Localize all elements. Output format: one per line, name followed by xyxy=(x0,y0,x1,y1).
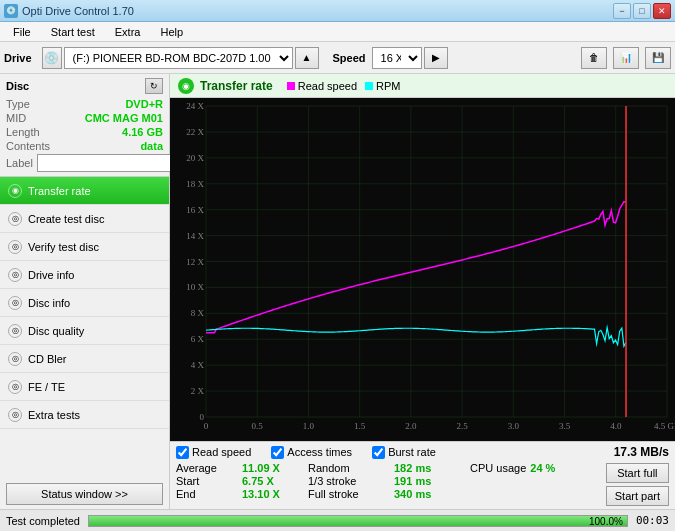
nav-label-disc-quality: Disc quality xyxy=(28,325,84,337)
legend-read-speed: Read speed xyxy=(287,80,357,92)
chart-area xyxy=(170,98,675,441)
progress-bar xyxy=(89,516,627,526)
maximize-button[interactable]: □ xyxy=(633,3,651,19)
chart-title: Transfer rate xyxy=(200,79,273,93)
disc-label-label: Label xyxy=(6,157,33,169)
nav-item-create-test-disc[interactable]: ◎ Create test disc xyxy=(0,205,169,233)
start-part-button[interactable]: Start part xyxy=(606,486,669,506)
status-window-button[interactable]: Status window >> xyxy=(6,483,163,505)
content-area: Disc ↻ Type DVD+R MID CMC MAG M01 Length… xyxy=(0,74,675,509)
checkbox-access-times-input[interactable] xyxy=(271,446,284,459)
nav-item-fe-te[interactable]: ◎ FE / TE xyxy=(0,373,169,401)
checkbox-burst-rate[interactable]: Burst rate xyxy=(372,446,436,459)
nav-item-disc-quality[interactable]: ◎ Disc quality xyxy=(0,317,169,345)
disc-title: Disc xyxy=(6,80,29,92)
nav-item-extra-tests[interactable]: ◎ Extra tests xyxy=(0,401,169,429)
nav-icon-cd-bler: ◎ xyxy=(8,352,22,366)
stats-grid: Average 11.09 X Random 182 ms CPU usage … xyxy=(176,462,598,500)
speed-label: Speed xyxy=(333,52,366,64)
start-full-button[interactable]: Start full xyxy=(606,463,669,483)
start-value: 6.75 X xyxy=(242,475,302,487)
nav-label-disc-info: Disc info xyxy=(28,297,70,309)
nav-icon-transfer-rate: ◉ xyxy=(8,184,22,198)
stroke-1-3-label: 1/3 stroke xyxy=(308,475,388,487)
nav-icon-extra-tests: ◎ xyxy=(8,408,22,422)
disc-section: Disc ↻ Type DVD+R MID CMC MAG M01 Length… xyxy=(0,74,169,177)
random-label: Random xyxy=(308,462,388,474)
stats-area: Average 11.09 X Random 182 ms CPU usage … xyxy=(176,462,669,506)
disc-contents-row: Contents data xyxy=(6,140,163,152)
disc-header: Disc ↻ xyxy=(6,78,163,94)
action-buttons: Start full Start part xyxy=(606,462,669,506)
main-panel: ◉ Transfer rate Read speed RPM xyxy=(170,74,675,509)
disc-contents-label: Contents xyxy=(6,140,50,152)
nav-item-disc-info[interactable]: ◎ Disc info xyxy=(0,289,169,317)
drive-icon: 💿 xyxy=(42,47,62,69)
app-title: Opti Drive Control 1.70 xyxy=(22,5,134,17)
disc-length-value: 4.16 GB xyxy=(122,126,163,138)
checkbox-burst-rate-input[interactable] xyxy=(372,446,385,459)
drive-label: Drive xyxy=(4,52,32,64)
cpu-label: CPU usage xyxy=(470,462,526,474)
nav-item-transfer-rate[interactable]: ◉ Transfer rate xyxy=(0,177,169,205)
nav-item-cd-bler[interactable]: ◎ CD Bler xyxy=(0,345,169,373)
nav-icon-drive-info: ◎ xyxy=(8,268,22,282)
drive-eject-button[interactable]: ▲ xyxy=(295,47,319,69)
save-button[interactable]: 💾 xyxy=(645,47,671,69)
disc-length-label: Length xyxy=(6,126,40,138)
menu-help[interactable]: Help xyxy=(151,23,192,41)
stroke-1-3-value: 191 ms xyxy=(394,475,464,487)
status-bar: Test completed 100.0% 00:03 xyxy=(0,509,675,531)
nav-label-extra-tests: Extra tests xyxy=(28,409,80,421)
disc-type-value: DVD+R xyxy=(125,98,163,110)
menu-start-test[interactable]: Start test xyxy=(42,23,104,41)
legend-read-speed-label: Read speed xyxy=(298,80,357,92)
chart-header: ◉ Transfer rate Read speed RPM xyxy=(170,74,675,98)
checkbox-access-times[interactable]: Access times xyxy=(271,446,352,459)
status-text: Test completed xyxy=(6,515,80,527)
speed-select[interactable]: 16 X xyxy=(372,47,422,69)
checkboxes-row: Read speed Access times Burst rate 17.3 … xyxy=(176,445,669,459)
disc-label-input[interactable] xyxy=(37,154,172,172)
legend-rpm-dot xyxy=(365,82,373,90)
menu-extra[interactable]: Extra xyxy=(106,23,150,41)
drive-select[interactable]: (F:) PIONEER BD-ROM BDC-207D 1.00 xyxy=(64,47,293,69)
checkbox-access-times-label: Access times xyxy=(287,446,352,458)
disc-type-row: Type DVD+R xyxy=(6,98,163,110)
full-stroke-value: 340 ms xyxy=(394,488,464,500)
disc-refresh-button[interactable]: ↻ xyxy=(145,78,163,94)
title-bar: 💿 Opti Drive Control 1.70 − □ ✕ xyxy=(0,0,675,22)
minimize-button[interactable]: − xyxy=(613,3,631,19)
toolbar: Drive 💿 (F:) PIONEER BD-ROM BDC-207D 1.0… xyxy=(0,42,675,74)
disc-contents-value: data xyxy=(140,140,163,152)
clear-button[interactable]: 🗑 xyxy=(581,47,607,69)
full-stroke-label: Full stroke xyxy=(308,488,388,500)
disc-type-label: Type xyxy=(6,98,30,110)
close-button[interactable]: ✕ xyxy=(653,3,671,19)
export-button[interactable]: 📊 xyxy=(613,47,639,69)
nav-item-drive-info[interactable]: ◎ Drive info xyxy=(0,261,169,289)
checkbox-read-speed-input[interactable] xyxy=(176,446,189,459)
end-label: End xyxy=(176,488,236,500)
end-value: 13.10 X xyxy=(242,488,302,500)
nav-icon-fe-te: ◎ xyxy=(8,380,22,394)
menu-bar: File Start test Extra Help xyxy=(0,22,675,42)
average-value: 11.09 X xyxy=(242,462,302,474)
menu-file[interactable]: File xyxy=(4,23,40,41)
progress-text: 100.0% xyxy=(589,516,623,528)
chart-legend: Read speed RPM xyxy=(287,80,401,92)
speed-apply-button[interactable]: ▶ xyxy=(424,47,448,69)
checkbox-read-speed[interactable]: Read speed xyxy=(176,446,251,459)
timer: 00:03 xyxy=(636,514,669,527)
random-value: 182 ms xyxy=(394,462,464,474)
disc-mid-value: CMC MAG M01 xyxy=(85,112,163,124)
nav-label-drive-info: Drive info xyxy=(28,269,74,281)
cpu-row: CPU usage 24 % xyxy=(470,462,598,474)
disc-mid-row: MID CMC MAG M01 xyxy=(6,112,163,124)
cpu-value: 24 % xyxy=(530,462,555,474)
nav-label-transfer-rate: Transfer rate xyxy=(28,185,91,197)
disc-label-row: Label ⚙ xyxy=(6,154,163,172)
progress-container: 100.0% xyxy=(88,515,628,527)
nav-item-verify-test-disc[interactable]: ◎ Verify test disc xyxy=(0,233,169,261)
nav-items: ◉ Transfer rate ◎ Create test disc ◎ Ver… xyxy=(0,177,169,479)
